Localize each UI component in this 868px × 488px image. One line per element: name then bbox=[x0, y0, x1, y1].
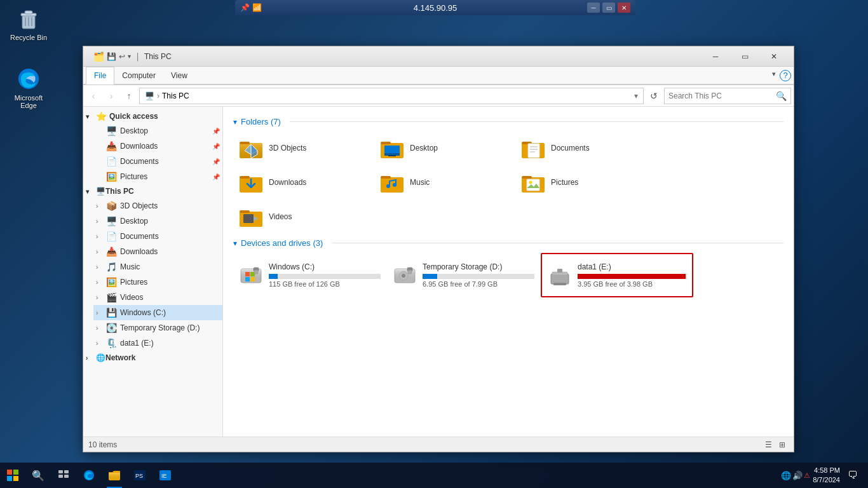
taskbar-powershell-btn[interactable]: PS bbox=[127, 463, 153, 488]
sidebar-3dobjects[interactable]: › 📦 3D Objects bbox=[93, 198, 222, 214]
search-icon[interactable]: 🔍 bbox=[776, 91, 787, 101]
tab-view[interactable]: View bbox=[163, 67, 195, 85]
drive-e-bar bbox=[578, 274, 686, 279]
sidebar-music-pc[interactable]: › 🎵 Music bbox=[93, 259, 222, 274]
drives-header-text: Devices and drives (3) bbox=[241, 238, 323, 248]
rdp-minimize-btn[interactable]: ─ bbox=[587, 3, 600, 13]
quick-access-toolbar[interactable]: 🗂️ 💾 ↩ ▾ bbox=[88, 51, 136, 62]
drive-data1-e[interactable]: data1 (E:) 3.95 GB free of 3.98 GB bbox=[541, 253, 693, 297]
notification-center-btn[interactable]: 🗨 bbox=[843, 463, 863, 488]
folder-desktop[interactable]: Desktop bbox=[374, 132, 514, 165]
help-btn[interactable]: ? bbox=[780, 70, 791, 81]
folder-3dobjects-label: 3D Objects bbox=[269, 144, 306, 152]
desktop: 📌 📶 4.145.90.95 ─ ▭ ✕ Recycle Bin bbox=[0, 0, 868, 488]
svg-rect-5 bbox=[25, 11, 32, 14]
folder-music[interactable]: Music bbox=[374, 166, 514, 199]
this-pc-header[interactable]: ▾ 🖥️ This PC bbox=[83, 184, 222, 198]
sidebar-item-desktop[interactable]: 🖥️ Desktop 📌 bbox=[93, 123, 222, 139]
quick-access-header[interactable]: ▾ ⭐ Quick access bbox=[83, 109, 222, 123]
folder-3dobjects[interactable]: 3D Objects bbox=[233, 132, 373, 165]
taskbar-date-display: 8/7/2024 bbox=[813, 475, 840, 485]
sidebar-videos-pc[interactable]: › 🎬 Videos bbox=[93, 290, 222, 305]
close-btn[interactable]: ✕ bbox=[759, 46, 789, 67]
recycle-bin-icon[interactable]: Recycle Bin bbox=[3, 3, 54, 44]
search-input[interactable] bbox=[668, 92, 773, 100]
tiles-view-btn[interactable]: ⊞ bbox=[776, 438, 789, 451]
tray-icons[interactable]: 🌐 🔊 ⚠ bbox=[781, 471, 810, 480]
qat-dropdown-btn[interactable]: ▾ bbox=[128, 53, 131, 60]
sidebar-pictures-pc[interactable]: › 🖼️ Pictures bbox=[93, 274, 222, 290]
drive-e-label: data1 (E:) bbox=[578, 262, 687, 271]
search-box[interactable]: 🔍 bbox=[664, 88, 791, 104]
maximize-btn[interactable]: ▭ bbox=[730, 46, 759, 67]
tray-network-icon[interactable]: 🌐 bbox=[781, 471, 791, 480]
drives-grid: Windows (C:) 115 GB free of 126 GB bbox=[233, 253, 783, 297]
taskbar-edge-btn[interactable] bbox=[76, 463, 102, 488]
taskbar-search-btn[interactable]: 🔍 bbox=[25, 463, 51, 488]
svg-rect-41 bbox=[250, 277, 255, 281]
network-icon: 🌐 bbox=[96, 353, 105, 362]
svg-point-32 bbox=[529, 181, 532, 184]
qat-props-btn[interactable]: 🗂️ bbox=[93, 51, 104, 62]
path-dropdown[interactable]: ▾ bbox=[634, 92, 638, 100]
sidebar-windows-c[interactable]: › 💾 Windows (C:) bbox=[93, 305, 222, 320]
address-path[interactable]: 🖥️ › This PC ▾ bbox=[139, 88, 644, 104]
sidebar-temp-d[interactable]: › 💽 Temporary Storage (D:) bbox=[93, 320, 222, 336]
sidebar-downloads-pc[interactable]: › 📥 Downloads bbox=[93, 244, 222, 259]
window-controls[interactable]: ─ ▭ ✕ bbox=[701, 46, 789, 67]
drive-temp-d[interactable]: Temporary Storage (D:) 6.95 GB free of 7… bbox=[387, 253, 539, 297]
back-btn[interactable]: ‹ bbox=[86, 88, 101, 104]
sidebar-item-downloads[interactable]: 📥 Downloads 📌 bbox=[93, 139, 222, 154]
taskbar-datetime[interactable]: 4:58 PM 8/7/2024 bbox=[813, 466, 840, 485]
rdp-restore-btn[interactable]: ▭ bbox=[602, 3, 615, 13]
details-view-btn[interactable]: ☰ bbox=[762, 438, 775, 451]
taskbar: 🔍 PS bbox=[0, 463, 868, 488]
taskbar-explorer-btn[interactable] bbox=[102, 463, 127, 488]
qat-undo-btn[interactable]: ↩ bbox=[119, 52, 125, 61]
drive-d-free: 6.95 GB free of 7.99 GB bbox=[423, 280, 534, 288]
status-bar: 10 items ☰ ⊞ bbox=[83, 437, 794, 452]
drive-c-icon bbox=[238, 262, 264, 288]
drive-d-icon bbox=[392, 262, 417, 288]
sidebar-item-documents[interactable]: 📄 Documents 📌 bbox=[93, 154, 222, 169]
folder-documents[interactable]: Documents bbox=[515, 132, 655, 165]
folder-music-label: Music bbox=[410, 178, 430, 187]
taskbar-view-btn[interactable] bbox=[51, 463, 76, 488]
network-header[interactable]: › 🌐 Network bbox=[83, 351, 222, 365]
refresh-btn[interactable]: ↺ bbox=[646, 88, 661, 104]
drive-windows-c[interactable]: Windows (C:) 115 GB free of 126 GB bbox=[233, 253, 386, 297]
folder-videos[interactable]: Videos bbox=[233, 200, 373, 233]
minimize-btn[interactable]: ─ bbox=[701, 46, 730, 67]
forward-btn[interactable]: › bbox=[104, 88, 119, 104]
folder-downloads[interactable]: Downloads bbox=[233, 166, 373, 199]
drive-d-label: Temporary Storage (D:) bbox=[423, 262, 534, 271]
drive-c-info: Windows (C:) 115 GB free of 126 GB bbox=[269, 262, 381, 288]
svg-rect-59 bbox=[64, 470, 69, 473]
rdp-left-controls[interactable]: 📌 📶 bbox=[240, 3, 262, 12]
folder-documents-icon bbox=[520, 135, 546, 161]
svg-rect-40 bbox=[245, 277, 250, 281]
svg-point-49 bbox=[402, 274, 405, 278]
folder-pictures[interactable]: Pictures bbox=[515, 166, 655, 199]
rdp-window-controls[interactable]: ─ ▭ ✕ bbox=[587, 3, 630, 13]
drive-e-bar-container bbox=[578, 274, 687, 279]
taskbar-extra-btn[interactable]: IE bbox=[153, 463, 178, 488]
edge-icon[interactable]: Microsoft Edge bbox=[3, 64, 54, 112]
ribbon-collapse-btn[interactable]: ▾ bbox=[770, 70, 778, 81]
view-toggle[interactable]: ☰ ⊞ bbox=[762, 438, 789, 451]
tab-computer[interactable]: Computer bbox=[114, 67, 163, 85]
tab-file[interactable]: File bbox=[86, 67, 114, 85]
sidebar-documents-pc[interactable]: › 📄 Documents bbox=[93, 229, 222, 244]
tray-speaker-icon[interactable]: 🔊 bbox=[792, 471, 803, 480]
folder-music-icon bbox=[379, 170, 405, 195]
sidebar-item-pictures[interactable]: 🖼️ Pictures 📌 bbox=[93, 169, 222, 184]
rdp-close-btn[interactable]: ✕ bbox=[618, 3, 630, 13]
sidebar-desktop-pc[interactable]: › 🖥️ Desktop bbox=[93, 214, 222, 229]
svg-rect-26 bbox=[381, 176, 391, 179]
up-btn[interactable]: ↑ bbox=[121, 88, 137, 104]
rdp-pin-icon[interactable]: 📌 bbox=[240, 3, 250, 12]
start-button[interactable] bbox=[0, 463, 25, 488]
sidebar-data1-e[interactable]: › 🗜️ data1 (E:) bbox=[93, 336, 222, 351]
pin-icon: 📌 bbox=[212, 128, 220, 135]
qat-save-btn[interactable]: 💾 bbox=[107, 52, 116, 61]
